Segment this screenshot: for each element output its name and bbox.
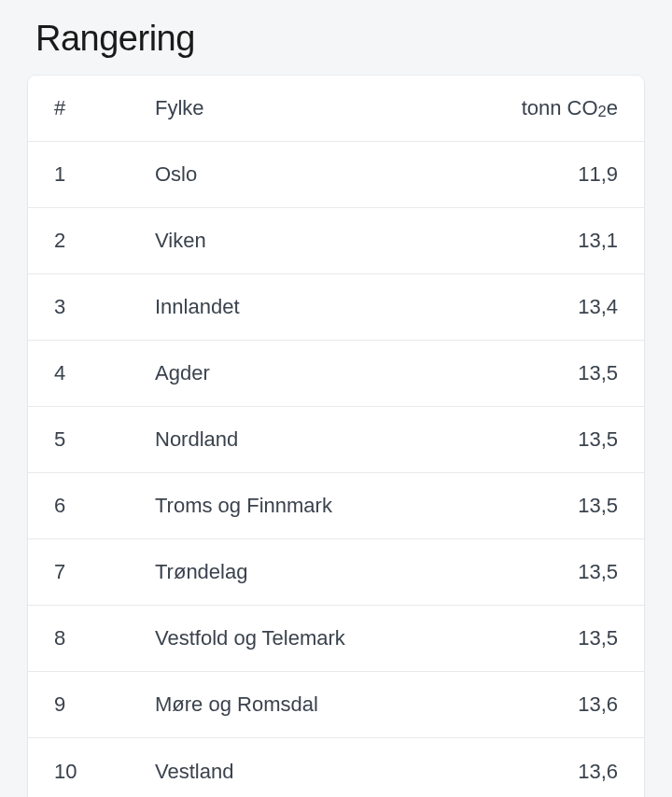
cell-name: Troms og Finnmark — [155, 494, 578, 518]
table-header: # Fylke tonn CO2e — [28, 76, 644, 142]
cell-value: 13,6 — [578, 760, 618, 784]
cell-value: 13,1 — [578, 229, 618, 253]
table-row: 5Nordland13,5 — [28, 407, 644, 473]
ranking-table: # Fylke tonn CO2e 1Oslo11,92Viken13,13In… — [28, 76, 644, 797]
cell-rank: 3 — [54, 295, 155, 319]
table-row: 8Vestfold og Telemark13,5 — [28, 606, 644, 672]
cell-value: 13,5 — [578, 560, 618, 584]
cell-value: 13,5 — [578, 361, 618, 385]
table-row: 7Trøndelag13,5 — [28, 539, 644, 606]
header-rank: # — [54, 96, 155, 120]
cell-rank: 4 — [54, 361, 155, 385]
table-row: 6Troms og Finnmark13,5 — [28, 473, 644, 539]
cell-rank: 8 — [54, 626, 155, 650]
page-title: Rangering — [35, 19, 644, 59]
cell-name: Trøndelag — [155, 560, 578, 584]
cell-rank: 2 — [54, 229, 155, 253]
cell-rank: 7 — [54, 560, 155, 584]
table-row: 9Møre og Romsdal13,6 — [28, 672, 644, 738]
header-value-sub: 2 — [598, 103, 607, 119]
cell-rank: 10 — [54, 760, 155, 784]
table-row: 3Innlandet13,4 — [28, 274, 644, 341]
cell-value: 13,5 — [578, 427, 618, 452]
cell-rank: 6 — [54, 494, 155, 518]
cell-value: 13,6 — [578, 692, 618, 717]
table-row: 2Viken13,1 — [28, 208, 644, 274]
header-name: Fylke — [155, 96, 522, 120]
cell-name: Vestfold og Telemark — [155, 626, 578, 650]
cell-name: Nordland — [155, 427, 578, 452]
cell-rank: 9 — [54, 692, 155, 717]
cell-value: 11,9 — [578, 162, 618, 187]
cell-name: Vestland — [155, 760, 578, 784]
table-row: 4Agder13,5 — [28, 341, 644, 407]
cell-rank: 5 — [54, 427, 155, 452]
cell-name: Viken — [155, 229, 578, 253]
cell-name: Agder — [155, 361, 578, 385]
header-value: tonn CO2e — [522, 96, 618, 120]
cell-name: Innlandet — [155, 295, 578, 319]
cell-name: Oslo — [155, 162, 578, 187]
cell-value: 13,5 — [578, 494, 618, 518]
header-value-suffix: e — [607, 96, 618, 119]
cell-value: 13,5 — [578, 626, 618, 650]
table-row: 1Oslo11,9 — [28, 142, 644, 208]
cell-value: 13,4 — [578, 295, 618, 319]
cell-rank: 1 — [54, 162, 155, 187]
cell-name: Møre og Romsdal — [155, 692, 578, 717]
header-value-prefix: tonn CO — [522, 96, 598, 119]
table-row: 10Vestland13,6 — [28, 738, 644, 797]
